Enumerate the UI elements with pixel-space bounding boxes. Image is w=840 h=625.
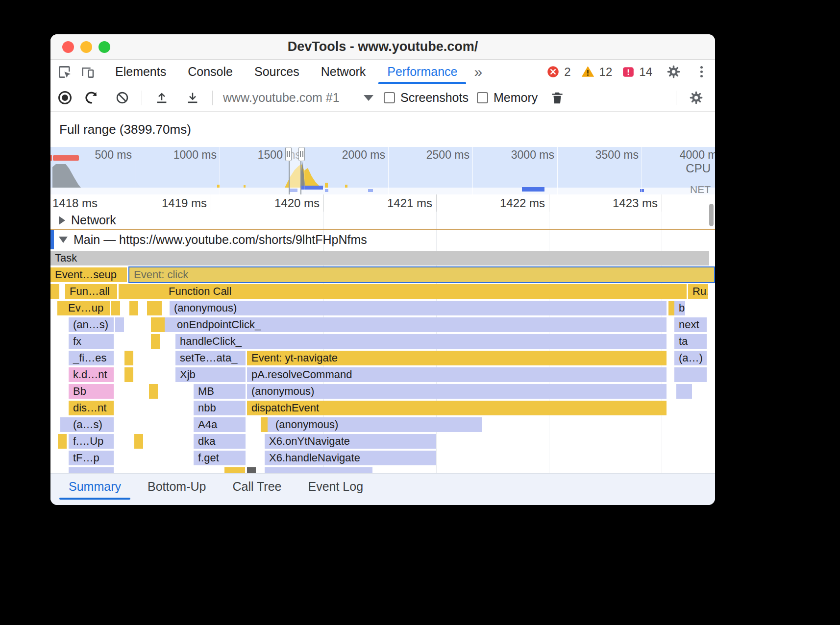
vertical-scrollbar-thumb[interactable] [709,204,714,226]
flame-bar-a4a[interactable]: A4a [194,417,246,432]
flame-bar[interactable] [60,417,69,432]
expand-network-icon[interactable] [59,216,65,225]
tab-sources[interactable]: Sources [244,60,310,84]
flame-bar-pa-resolvecommand[interactable]: pA.resolveCommand [247,367,667,382]
flame-bar[interactable] [115,317,124,332]
network-track-header[interactable]: Network [50,212,715,230]
flame-bar-sette-ata[interactable]: setTe…ata_ [175,351,246,365]
flame-bar-a-s[interactable]: (a…s) [69,417,114,432]
flame-bar-next[interactable]: next [674,317,707,332]
bottom-tab-call-tree[interactable]: Call Tree [219,474,295,500]
flame-bar-k-d-nt[interactable]: k.d…nt [69,367,114,382]
device-toolbar-button[interactable] [76,61,99,83]
capture-settings-button[interactable] [685,87,707,109]
flame-bar-b[interactable]: b [674,301,685,315]
flame-bar-fun-all[interactable]: Fun…all [65,284,117,299]
flame-bar[interactable] [686,367,707,382]
flame-bar[interactable] [58,434,67,449]
close-window-button[interactable] [62,41,74,53]
flame-bar[interactable] [134,434,143,449]
flame-bar-bb[interactable]: Bb [69,384,114,399]
flame-bar-function-call[interactable]: Function Call [164,284,687,299]
flame-bar-anonymous[interactable]: (anonymous) [247,384,667,399]
inspect-element-button[interactable] [53,61,76,83]
ruler-gridline [662,194,662,212]
flame-bar-f-up[interactable]: f.…Up [69,434,114,449]
save-profile-button[interactable] [181,87,204,109]
minimize-window-button[interactable] [80,41,92,53]
overview-gridline [388,147,389,194]
flame-bar-event-click[interactable]: Event: click [128,266,715,283]
overview-tick-label: 2500 ms [426,148,469,162]
flame-bar[interactable] [265,467,372,473]
flame-bar-anonymous[interactable]: (anonymous) [170,301,667,315]
tab-performance[interactable]: Performance [376,60,468,84]
flame-bar-fi-es[interactable]: _fi…es [69,351,114,365]
flame-bar-x6-onytnavigate[interactable]: X6.onYtNavigate [265,434,436,449]
reload-and-record-button[interactable] [80,87,102,109]
flame-bar-ev-up[interactable]: Ev…up [64,301,110,315]
zoom-window-button[interactable] [99,41,110,53]
tab-elements[interactable]: Elements [104,60,177,84]
flame-bar-f-get[interactable]: f.get [194,451,246,465]
flame-bar[interactable] [151,334,160,349]
screenshots-checkbox[interactable]: Screenshots [384,91,469,105]
main-track-header[interactable]: Main — https://www.youtube.com/shorts/9l… [50,230,715,250]
more-tabs-button[interactable]: » [468,60,488,84]
history-select[interactable]: www.youtube.com #1 [221,91,375,105]
flame-bar[interactable] [111,301,120,315]
selection-right-handle[interactable] [298,147,305,161]
flame-bar-handleclick[interactable]: handleClick_ [175,334,667,349]
customize-menu-button[interactable] [694,66,708,77]
settings-button[interactable] [662,61,685,83]
flame-bar[interactable] [147,301,162,315]
flame-bar-a[interactable]: (a…) [674,351,707,365]
memory-checkbox-box[interactable] [477,92,488,103]
collapse-main-icon[interactable] [59,237,68,243]
selection-left-handle[interactable] [285,147,292,161]
flame-bar-ru-s[interactable]: Ru…s [688,284,708,299]
flame-bar[interactable] [247,467,256,473]
flame-bar[interactable] [124,367,133,382]
flame-bar-dis-nt[interactable]: dis…nt [69,401,114,415]
issues-badge[interactable]: 14 [622,65,652,79]
bottom-tab-bottom-up[interactable]: Bottom-Up [134,474,219,500]
tab-network[interactable]: Network [310,60,377,84]
bottom-tab-summary[interactable]: Summary [55,474,134,500]
record-button[interactable] [58,91,72,104]
console-errors-badge[interactable]: 2 [546,65,570,79]
flame-bar[interactable] [129,301,138,315]
flame-bar-x6-handlenavigate[interactable]: X6.handleNavigate [265,451,436,465]
flame-bar-event-seup[interactable]: Event…seup [50,267,127,282]
flame-bar-an-s[interactable]: (an…s) [69,317,114,332]
flame-bar[interactable] [69,467,114,473]
load-profile-button[interactable] [150,87,173,109]
flame-bar-tf-p[interactable]: tF…p [69,451,114,465]
overview-tick-label: 2000 ms [342,148,385,162]
flame-bar-dka[interactable]: dka [194,434,246,449]
flame-bar[interactable] [124,351,133,365]
flame-bar-fx[interactable]: fx [69,334,114,349]
flame-bar[interactable] [156,284,165,299]
flame-bar[interactable] [236,467,245,473]
screenshots-checkbox-box[interactable] [384,92,395,103]
clear-button[interactable] [111,87,133,109]
memory-checkbox[interactable]: Memory [477,91,538,105]
flame-bar-ta[interactable]: ta [674,334,707,349]
flame-bar-nbb[interactable]: nbb [194,401,246,415]
timeline-overview[interactable]: 500 ms1000 ms1500 ms2000 ms2500 ms3000 m… [50,147,715,194]
tab-console[interactable]: Console [177,60,244,84]
flame-bar-event-yt-navigate[interactable]: Event: yt-navigate [247,351,667,365]
flame-bar-dispatchevent[interactable]: dispatchEvent [247,401,667,415]
console-warnings-badge[interactable]: 12 [581,65,613,79]
flame-bar[interactable] [683,384,692,399]
flame-bar-onendpointclick[interactable]: onEndpointClick_ [173,317,667,332]
flame-bar-xjb[interactable]: Xjb [175,367,246,382]
collect-garbage-button[interactable] [546,87,568,109]
flame-bar-mb[interactable]: MB [194,384,246,399]
flame-bar[interactable] [149,384,158,399]
bottom-tab-event-log[interactable]: Event Log [295,474,377,500]
flame-bar-task[interactable]: Task [50,251,709,265]
flame-bar[interactable] [50,284,59,299]
flame-bar-anonymous[interactable]: (anonymous) [271,417,482,432]
